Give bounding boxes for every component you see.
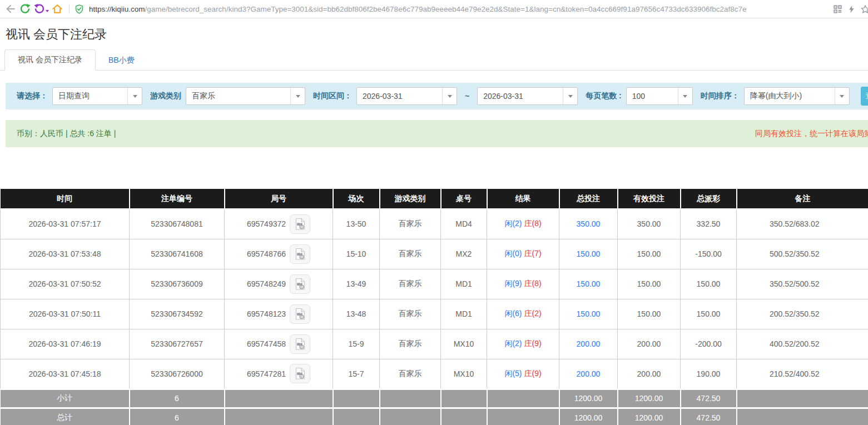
video-record-icon	[295, 278, 306, 291]
tab-bet-records[interactable]: 视讯 会员下注纪录	[4, 49, 96, 71]
summary-bar: 币别：人民币 | 总共 :6 注单 | 同局有效投注，统一计算在该局第	[6, 120, 868, 147]
sort-select[interactable]: 降幂(由大到小)	[744, 87, 850, 105]
result-banker: 庄(8)	[524, 219, 542, 228]
total-row: 总计 6 1200.00 1200.00 472.50	[1, 408, 868, 425]
video-replay-button[interactable]	[290, 214, 310, 234]
cell-game-type: 百家乐	[380, 299, 441, 329]
lightning-icon[interactable]	[847, 4, 856, 14]
url-domain[interactable]: https://kiqiiu.com	[89, 5, 145, 13]
undo-dropdown-icon[interactable]	[46, 10, 49, 12]
cell-bet-id: 523306727657	[130, 329, 225, 359]
cell-remark: 350.52/683.02	[737, 209, 868, 239]
cell-payout: 332.50	[681, 209, 737, 239]
chevron-down-icon[interactable]	[290, 88, 305, 104]
cell-total-bet: 200.00	[559, 359, 618, 389]
round-id-text: 695748249	[247, 279, 286, 288]
video-replay-button[interactable]	[290, 304, 310, 324]
url-text[interactable]: https://kiqiiu.com/game/betrecord_search…	[89, 5, 747, 13]
query-type-label: 请选择：	[17, 91, 48, 101]
cell-table-no: MD1	[441, 269, 487, 299]
filter-bar: 请选择： 日期查询 游戏类别 百家乐 时间区间： 2026-03-31 ~ 20…	[6, 83, 868, 109]
subtotal-count: 6	[130, 389, 225, 408]
cell-result: 闲(6)庄(2)	[487, 299, 559, 329]
cell-time: 2026-03-31 07:53:48	[1, 239, 130, 269]
tab-bb-tips[interactable]: BB小费	[96, 51, 147, 71]
security-shield-icon[interactable]	[74, 3, 85, 15]
search-button[interactable]: 查询	[861, 87, 868, 106]
cell-time: 2026-03-31 07:46:19	[1, 329, 130, 359]
chevron-down-icon[interactable]	[835, 88, 849, 104]
header-total-bet: 总投注	[559, 189, 618, 209]
chevron-down-icon[interactable]	[442, 88, 457, 104]
video-replay-button[interactable]	[290, 274, 310, 294]
chevron-down-icon[interactable]	[678, 88, 692, 104]
header-round-id: 局号	[225, 189, 333, 209]
query-type-select[interactable]: 日期查询	[52, 87, 142, 105]
cell-total-bet: 150.00	[559, 239, 618, 269]
table-header: 时间 注单编号 局号 场次 游戏类别 桌号 结果 总投注 有效投注 总派彩 备注	[1, 189, 868, 209]
subtotal-total-bet: 1200.00	[559, 389, 618, 408]
chevron-down-icon[interactable]	[127, 88, 142, 104]
chevron-down-icon[interactable]	[563, 88, 577, 104]
result-banker: 庄(8)	[524, 279, 542, 288]
undo-icon[interactable]	[32, 2, 47, 16]
cell-round-id: 695747281	[225, 359, 333, 389]
table-row: 2026-03-31 07:57:17 523306748081 6957493…	[1, 209, 868, 239]
total-bet-link[interactable]: 150.00	[577, 279, 601, 288]
result-banker: 庄(2)	[524, 309, 542, 318]
header-valid-bet: 有效投注	[618, 189, 681, 209]
refresh-icon[interactable]	[18, 2, 32, 16]
cell-game-type: 百家乐	[380, 329, 441, 359]
cell-valid-bet: 350.00	[618, 209, 681, 239]
cell-session: 13-49	[333, 269, 380, 299]
per-page-select[interactable]: 100	[626, 87, 693, 105]
cell-round-id: 695748766	[225, 239, 333, 269]
cell-time: 2026-03-31 07:50:52	[1, 269, 130, 299]
total-label: 总计	[1, 408, 130, 425]
total-bet-link[interactable]: 200.00	[577, 369, 601, 378]
date-from-select[interactable]: 2026-03-31	[356, 87, 457, 105]
home-icon[interactable]	[50, 2, 65, 16]
address-bar[interactable]: https://kiqiiu.com/game/betrecord_search…	[74, 3, 829, 15]
game-type-select[interactable]: 百家乐	[186, 87, 305, 105]
cell-valid-bet: 150.00	[618, 299, 681, 329]
cell-game-type: 百家乐	[380, 239, 441, 269]
video-replay-button[interactable]	[290, 334, 310, 354]
total-bet-link[interactable]: 200.00	[577, 339, 601, 348]
page-title: 视讯 会员下注纪录	[6, 26, 868, 43]
video-replay-button[interactable]	[290, 244, 310, 264]
table-row: 2026-03-31 07:53:48 523306741608 6957487…	[1, 239, 868, 269]
result-player: 闲(2)	[504, 339, 522, 348]
cell-remark: 210.52/400.52	[737, 359, 868, 389]
cell-bet-id: 523306736009	[130, 269, 225, 299]
total-bet-link[interactable]: 150.00	[577, 309, 601, 318]
sort-value: 降幂(由大到小)	[745, 88, 835, 104]
notice-text: 同局有效投注，统一计算在该局第	[755, 129, 868, 139]
cell-result: 闲(2)庄(8)	[487, 209, 559, 239]
header-session: 场次	[333, 189, 380, 209]
per-page-value: 100	[627, 88, 678, 104]
video-record-icon	[295, 248, 306, 261]
bookmark-star-icon[interactable]	[861, 4, 868, 14]
total-bet-link[interactable]: 350.00	[577, 219, 601, 228]
cell-bet-id: 523306726000	[130, 359, 225, 389]
cell-remark: 200.52/350.52	[737, 299, 868, 329]
total-bet-link[interactable]: 150.00	[577, 249, 601, 258]
date-to-select[interactable]: 2026-03-31	[477, 87, 578, 105]
video-record-icon	[295, 367, 306, 380]
cell-round-id: 695748123	[225, 299, 333, 329]
video-replay-button[interactable]	[290, 364, 310, 383]
back-icon[interactable]	[3, 2, 18, 16]
cell-valid-bet: 200.00	[618, 329, 681, 359]
total-count: 6	[130, 408, 225, 425]
header-bet-id: 注单编号	[130, 189, 225, 209]
total-payout: 472.50	[681, 408, 737, 425]
url-path[interactable]: /game/betrecord_search/kind3?GameType=30…	[145, 5, 747, 13]
cell-time: 2026-03-31 07:45:18	[1, 359, 130, 389]
cell-time: 2026-03-31 07:50:11	[1, 299, 130, 329]
cell-payout: -150.00	[681, 239, 737, 269]
qr-code-icon[interactable]	[833, 4, 842, 14]
cell-bet-id: 523306741608	[130, 239, 225, 269]
cell-game-type: 百家乐	[380, 359, 441, 389]
cell-round-id: 695749372	[225, 209, 333, 239]
